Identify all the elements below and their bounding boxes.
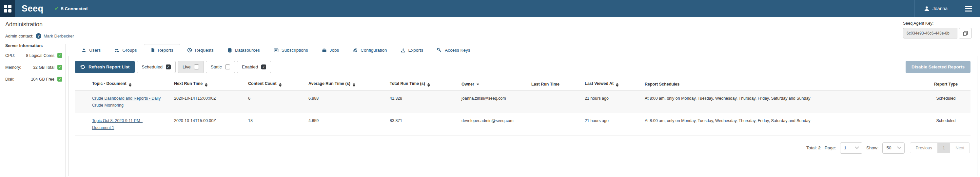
previous-page-button[interactable]: Previous xyxy=(910,143,937,153)
show-select[interactable]: 50 xyxy=(882,142,905,154)
seeq-logo: Seeq xyxy=(22,3,44,14)
report-topic-link[interactable]: Crude Dashboard and Reports - Daily Crud… xyxy=(92,95,162,109)
filter-scheduled-button[interactable]: Scheduled xyxy=(137,61,176,73)
admin-contact-link[interactable]: Mark Derbecker xyxy=(44,34,74,39)
report-topic-link[interactable]: Topic Oct 8, 2020 9:11 PM - Document 1 xyxy=(92,117,162,131)
tab-label: Requests xyxy=(195,48,214,53)
tab-subscriptions[interactable]: Subscriptions xyxy=(267,44,315,56)
server-info-cpu: CPU: 8 Logical Cores xyxy=(5,53,62,58)
briefcase-icon xyxy=(322,48,327,53)
user-menu[interactable]: Joanna xyxy=(915,0,957,17)
cpu-label: CPU: xyxy=(5,53,15,58)
col-report-schedules: Report Schedules xyxy=(642,78,921,91)
sidebar-divider xyxy=(65,44,66,177)
person-icon xyxy=(924,6,929,11)
database-icon xyxy=(228,48,232,53)
user-icon xyxy=(82,48,86,53)
chevron-down-icon xyxy=(897,145,902,149)
reports-panel: Refresh Report List Scheduled Live Stati… xyxy=(68,56,977,176)
top-navbar: Seeq ✔ 5 Connected Joanna xyxy=(0,0,980,17)
help-question-icon[interactable] xyxy=(36,33,41,39)
pagination-bar: Total: 2 Page: 1 Show: 50 Previous 1 Nex… xyxy=(75,142,970,154)
page-select[interactable]: 1 xyxy=(840,142,862,154)
scheduled-checkbox[interactable] xyxy=(166,64,171,69)
tab-reports[interactable]: Reports xyxy=(144,44,180,56)
sort-icon xyxy=(616,83,619,87)
tab-exports[interactable]: Exports xyxy=(394,44,430,56)
last-run-time-cell xyxy=(529,113,582,135)
report-type-cell: Scheduled xyxy=(921,113,970,135)
total-run-time-cell: 83.871 xyxy=(387,113,459,135)
filter-label: Live xyxy=(183,64,191,69)
sort-icon xyxy=(205,83,207,87)
table-row: Topic Oct 8, 2020 9:11 PM - Document 1 2… xyxy=(75,113,970,135)
disk-label: Disk: xyxy=(5,77,14,82)
tab-datasources[interactable]: Datasources xyxy=(221,44,267,56)
sort-icon xyxy=(427,83,430,87)
refresh-button-label: Refresh Report List xyxy=(89,64,129,69)
row-checkbox[interactable] xyxy=(78,96,78,101)
admin-tabs: Users Groups Reports Requests xyxy=(68,44,977,56)
static-checkbox[interactable] xyxy=(225,64,230,69)
page-title: Administration xyxy=(5,21,43,28)
average-run-time-cell: 4.659 xyxy=(306,113,387,135)
tab-label: Exports xyxy=(408,48,423,53)
filter-live-button[interactable]: Live xyxy=(178,61,204,73)
user-name: Joanna xyxy=(932,6,948,11)
tab-access-keys[interactable]: Access Keys xyxy=(430,44,477,56)
sort-icon xyxy=(129,83,131,87)
agent-key-field[interactable]: 6c034e93-46c6-443e-8b xyxy=(903,28,958,39)
col-average-run-time[interactable]: Average Run Time (s) xyxy=(306,78,387,91)
tab-label: Access Keys xyxy=(445,48,470,53)
show-label: Show: xyxy=(866,145,879,150)
app-switcher-button[interactable] xyxy=(0,0,15,17)
enabled-checkbox[interactable] xyxy=(261,64,266,69)
filter-static-button[interactable]: Static xyxy=(206,61,235,73)
export-icon xyxy=(401,48,406,53)
tab-users[interactable]: Users xyxy=(75,44,108,56)
col-last-run-time[interactable]: Last Run Time xyxy=(529,78,582,91)
select-all-checkbox[interactable] xyxy=(78,82,78,87)
disk-value: 104 GB Free xyxy=(31,77,54,82)
col-owner[interactable]: Owner xyxy=(459,78,529,91)
connected-label: 5 Connected xyxy=(61,6,88,11)
next-run-time-cell: 2020-10-14T15:00:00Z xyxy=(172,113,245,135)
report-schedules-cell: At 8:00 am, only on Monday, Tuesday, Wed… xyxy=(642,91,921,113)
current-page-button[interactable]: 1 xyxy=(937,143,950,153)
content-count-cell: 18 xyxy=(245,113,306,135)
col-topic-document[interactable]: Topic - Document xyxy=(89,78,172,91)
disable-selected-reports-button[interactable]: Disable Selected Reports xyxy=(905,61,970,73)
next-page-button[interactable]: Next xyxy=(950,143,969,153)
server-info-disk: Disk: 104 GB Free xyxy=(5,77,62,82)
owner-cell: joanna.zinsli@seeq.com xyxy=(459,91,529,113)
tab-label: Groups xyxy=(122,48,137,53)
tab-configuration[interactable]: Configuration xyxy=(346,44,394,56)
reports-table: Topic - Document Next Run Time Content C… xyxy=(75,78,970,136)
agents-connected-status[interactable]: ✔ 5 Connected xyxy=(55,6,88,11)
report-schedules-cell: At 8:00 am, only on Monday, Tuesday, Wed… xyxy=(642,113,921,135)
last-viewed-at-cell: 21 hours ago xyxy=(582,113,642,135)
refresh-icon xyxy=(80,64,85,69)
filter-label: Static xyxy=(211,64,222,69)
page-select-value: 1 xyxy=(844,145,846,150)
server-information-panel: Server Information: CPU: 8 Logical Cores… xyxy=(5,43,62,88)
col-next-run-time[interactable]: Next Run Time xyxy=(172,78,245,91)
filter-enabled-button[interactable]: Enabled xyxy=(237,61,271,73)
copy-agent-key-button[interactable] xyxy=(959,28,972,39)
hamburger-menu-icon[interactable] xyxy=(957,6,980,11)
col-content-count[interactable]: Content Count xyxy=(245,78,306,91)
tab-groups[interactable]: Groups xyxy=(108,44,143,56)
document-icon xyxy=(151,48,155,53)
col-total-run-time[interactable]: Total Run Time (s) xyxy=(387,78,459,91)
tab-requests[interactable]: Requests xyxy=(180,44,221,56)
tab-label: Configuration xyxy=(361,48,387,53)
col-last-viewed-at[interactable]: Last Viewed At xyxy=(582,78,642,91)
tab-jobs[interactable]: Jobs xyxy=(315,44,346,56)
live-checkbox[interactable] xyxy=(194,64,199,69)
sort-icon xyxy=(353,83,355,87)
copy-icon xyxy=(963,31,968,36)
disk-ok-check-icon xyxy=(57,77,62,82)
refresh-report-list-button[interactable]: Refresh Report List xyxy=(75,61,135,73)
row-checkbox[interactable] xyxy=(78,118,78,123)
administration-page: Administration Admin contact: Mark Derbe… xyxy=(0,17,980,177)
